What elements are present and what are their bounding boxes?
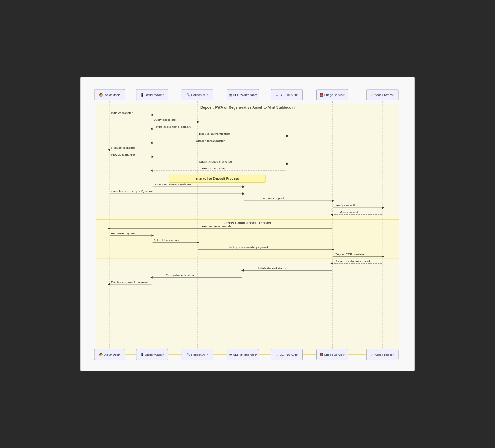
msg-display-success: Display success & balances [111, 280, 149, 284]
msg-request-deposit: Request deposit [263, 197, 285, 200]
actor-sep10-top: 🛡 SEP-10 Auth" [276, 93, 298, 97]
msg-request-asset-transfer: Request asset transfer [202, 225, 233, 228]
msg-confirm-avail: Confirm availability [335, 211, 361, 214]
actor-sep24-bottom: 💻 SEP-24 Interface" [229, 353, 258, 357]
msg-submit-challenge: Submit signed challenge [199, 160, 232, 163]
msg-return-jwt: Return JWT token [202, 167, 226, 170]
diagram-container: Deposit RWA or Regenerative Asset to Min… [80, 77, 415, 371]
msg-trigger-cdp: Trigger CDP creation [335, 253, 364, 256]
msg-verify-avail: Verify availability [335, 204, 358, 207]
msg-complete-kyc: Complete KYC & specify amount [111, 190, 155, 193]
actor-horizon-top: 🔍 Horizon API" [187, 93, 208, 97]
msg-provide-sig: Provide signature [111, 153, 135, 156]
msg-request-sig: Request signature [111, 146, 136, 149]
msg-complete-notification: Complete notification [166, 273, 194, 277]
actor-bridge-top: 🌉 Bridge Service" [320, 93, 345, 97]
msg-update-status: Update deposit status [257, 266, 286, 270]
group2-label: Interactive Deposit Process [195, 177, 239, 180]
msg-initiates-transfer: Initiates transfer [111, 111, 133, 114]
actor-azos-bottom: ✨ Azos Protocol" [370, 353, 395, 357]
msg-return-home-domain: Return asset home_domain [154, 125, 191, 128]
actor-sep10-bottom: 🛡 SEP-10 Auth" [276, 353, 298, 356]
msg-query-asset-info: Query asset info [154, 118, 176, 121]
group1-label: Deposit RWA or Regenerative Asset to Min… [200, 105, 295, 110]
sequence-diagram-svg: Deposit RWA or Regenerative Asset to Min… [87, 86, 408, 365]
msg-challenge-tx: Challenge transaction [196, 139, 225, 142]
msg-authorize-payment: Authorize payment [111, 232, 136, 235]
actor-azos-top: ✨ Azos Protocol" [370, 93, 395, 97]
actor-sep24-top: 💻 SEP-24 Interface" [229, 93, 258, 97]
msg-notify-payment: Notify of successful payment [229, 246, 268, 249]
msg-request-auth: Request authentication [199, 132, 230, 135]
msg-submit-tx: Submit transaction [154, 239, 179, 242]
msg-return-stablecoin: Return stablecoin amount [335, 260, 370, 263]
actor-user-bottom: 🧑 Stellar User" [99, 353, 121, 357]
svg-rect-37 [96, 219, 399, 354]
actor-bridge-bottom: 🌉 Bridge Service" [320, 353, 345, 357]
actor-wallet-top: 📱 Stellar Wallet" [140, 93, 164, 97]
actor-user-top: 🧑 Stellar User" [99, 93, 121, 97]
msg-open-ui-jwt: Open interactive UI with JWT [154, 183, 193, 186]
actor-horizon-bottom: 🔍 Horizon API" [187, 353, 208, 357]
actor-wallet-bottom: 📱 Stellar Wallet" [140, 353, 164, 357]
